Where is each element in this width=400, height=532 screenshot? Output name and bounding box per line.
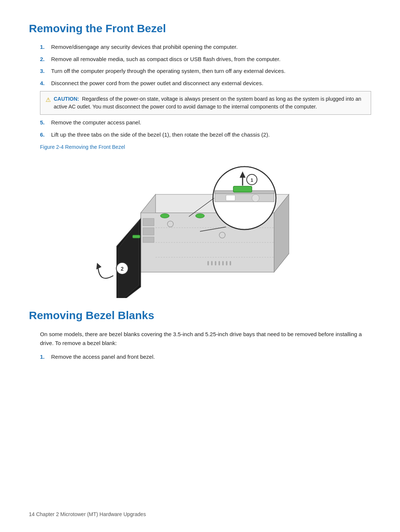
step-3: 3. Turn off the computer properly throug… [40, 67, 371, 76]
step-1-text: Remove/disengage any security devices th… [51, 43, 238, 51]
step-6: 6. Lift up the three tabs on the side of… [40, 131, 371, 139]
caution-icon: ⚠ [46, 96, 51, 104]
step-4: 4. Disconnect the power cord from the po… [40, 79, 371, 88]
section2-step-1: 1. Remove the access panel and front bez… [40, 353, 371, 361]
caution-box: ⚠ CAUTION: Regardless of the power-on st… [40, 91, 371, 115]
step-5-text: Remove the computer access panel. [51, 118, 141, 127]
section1-steps2-list: 5. Remove the computer access panel. 6. … [40, 118, 371, 139]
step-6-num: 6. [40, 131, 51, 139]
section2-title: Removing Bezel Blanks [29, 309, 371, 322]
svg-rect-18 [215, 261, 216, 265]
bezel-group: 2 [96, 218, 141, 298]
step-2-text: Remove all removable media, such as comp… [51, 55, 280, 64]
svg-rect-5 [143, 218, 154, 226]
svg-rect-6 [143, 228, 154, 235]
section2-step-1-num: 1. [40, 353, 51, 361]
bezel-removal-diagram: 2 [96, 154, 304, 298]
step-6-text: Lift up the three tabs on the side of th… [51, 131, 270, 139]
section1-steps-list: 1. Remove/disengage any security devices… [40, 43, 371, 87]
svg-point-9 [196, 214, 204, 218]
step-4-num: 4. [40, 79, 51, 88]
step-2: 2. Remove all removable media, such as c… [40, 55, 371, 64]
svg-rect-32 [233, 186, 252, 192]
section2-step-1-text: Remove the access panel and front bezel. [51, 353, 155, 361]
svg-text:1: 1 [250, 177, 253, 183]
step-1-num: 1. [40, 43, 51, 51]
svg-rect-7 [143, 237, 154, 242]
section1-title: Removing the Front Bezel [29, 22, 371, 35]
caution-label: CAUTION: [54, 96, 79, 102]
step-5-num: 5. [40, 118, 51, 127]
svg-point-34 [252, 194, 259, 202]
step-4-text: Disconnect the power cord from the power… [51, 79, 263, 88]
section2: Removing Bezel Blanks On some models, th… [29, 309, 371, 361]
svg-rect-16 [207, 261, 209, 265]
step-3-text: Turn off the computer properly through t… [51, 67, 286, 76]
section2-steps-list: 1. Remove the access panel and front bez… [40, 353, 371, 361]
section2-description: On some models, there are bezel blanks c… [40, 330, 371, 348]
svg-marker-28 [96, 263, 101, 270]
svg-rect-21 [226, 261, 227, 265]
svg-text:2: 2 [121, 266, 124, 272]
step-5: 5. Remove the computer access panel. [40, 118, 371, 127]
svg-rect-22 [230, 261, 231, 265]
svg-rect-33 [226, 195, 235, 201]
callout-circle: 1 [213, 167, 276, 230]
svg-rect-19 [219, 261, 220, 265]
step-1: 1. Remove/disengage any security devices… [40, 43, 371, 51]
caution-body: Regardless of the power-on state, voltag… [54, 96, 361, 110]
figure-diagram: 2 [29, 154, 371, 298]
svg-rect-17 [211, 261, 213, 265]
figure-caption: Figure 2-4 Removing the Front Bezel [40, 144, 371, 150]
svg-rect-25 [133, 235, 140, 238]
svg-point-8 [160, 214, 169, 218]
page-content: Removing the Front Bezel 1. Remove/disen… [0, 0, 400, 387]
svg-rect-20 [222, 261, 224, 265]
page-footer: 14 Chapter 2 Microtower (MT) Hardware Up… [29, 511, 146, 517]
step-2-num: 2. [40, 55, 51, 64]
step-3-num: 3. [40, 67, 51, 76]
caution-text: CAUTION: Regardless of the power-on stat… [54, 95, 366, 111]
